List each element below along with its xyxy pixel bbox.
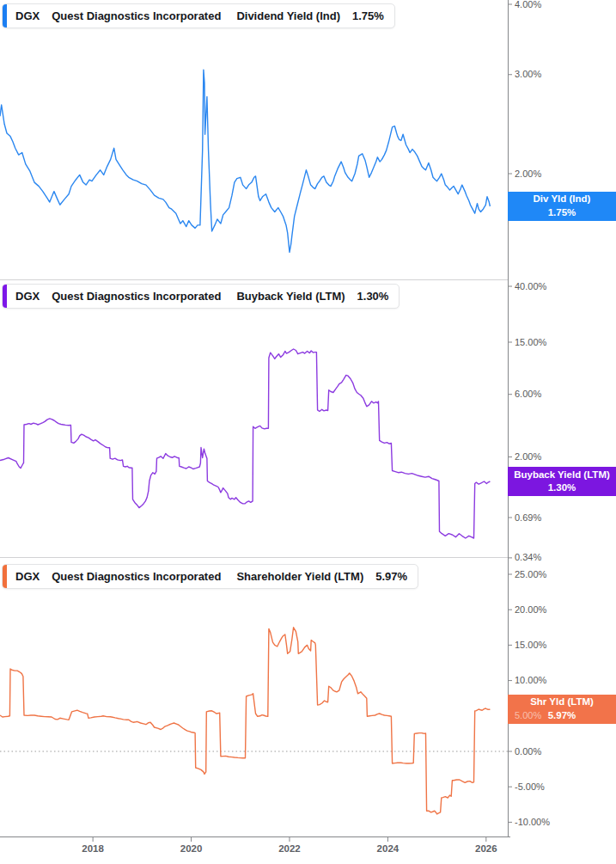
company-name: Quest Diagnostics Incorporated (52, 9, 221, 22)
last-value-label: Div Yld (Ind)1.75% (508, 192, 616, 221)
accent-bar (3, 565, 7, 588)
x-axis-year-label: 2022 (270, 843, 309, 854)
chart-plot-area[interactable] (0, 0, 616, 864)
chart-header-shareholder-yield[interactable]: DGX Quest Diagnostics Incorporated Share… (2, 564, 418, 589)
y-axis-tick-label: 15.00% (515, 640, 546, 651)
y-axis-tick-label: 20.00% (515, 604, 546, 616)
x-axis-year-label: 2026 (467, 843, 506, 854)
company-name: Quest Diagnostics Incorporated (52, 570, 221, 583)
y-axis-tick-label: 2.00% (515, 169, 541, 180)
ticker-symbol: DGX (15, 9, 40, 22)
y-axis-tick-label: -5.00% (515, 781, 545, 793)
series-line-buyback-yield-ltm- (0, 349, 490, 538)
last-value-label-value: 1.75% (508, 206, 616, 220)
last-value-label-metric: Shr Yld (LTM) (508, 695, 616, 709)
metric-name: Dividend Yield (Ind) (236, 9, 340, 22)
metric-value: 5.97% (375, 570, 407, 583)
y-axis-tick-label: 15.00% (515, 337, 546, 348)
y-axis-tick-label: 10.00% (515, 675, 546, 686)
ticker-symbol: DGX (15, 290, 40, 303)
y-axis-tick-label: 4.00% (515, 0, 541, 10)
last-value-label: Buyback Yield (LTM)1.30% (508, 467, 616, 496)
company-name: Quest Diagnostics Incorporated (52, 290, 221, 303)
series-line-shareholder-yield-ltm- (0, 628, 490, 814)
y-axis-tick-label: 40.00% (515, 281, 546, 292)
metric-value: 1.30% (357, 290, 389, 303)
accent-bar (3, 4, 7, 28)
y-axis-tick-label: 25.00% (515, 569, 546, 580)
y-axis-tick-label: 0.00% (515, 746, 541, 757)
metric-value: 1.75% (352, 9, 384, 22)
x-axis-year-label: 2024 (368, 843, 407, 854)
y-axis-tick-label: 6.00% (515, 389, 541, 400)
y-axis-tick-label: -10.00% (515, 817, 550, 828)
y-axis-tick-label: 0.34% (515, 552, 541, 563)
last-value-label-metric: Div Yld (Ind) (508, 193, 616, 206)
x-axis-year-label: 2018 (73, 843, 113, 854)
last-value-label-metric: Buyback Yield (LTM) (508, 469, 616, 482)
x-axis-year-label: 2020 (172, 843, 211, 854)
series-line-dividend-yield-ind- (0, 70, 490, 252)
y-axis-tick-label: 0.69% (515, 512, 541, 524)
chart-header-dividend-yield[interactable]: DGX Quest Diagnostics Incorporated Divid… (2, 3, 395, 28)
multi-chart-panel: DGX Quest Diagnostics Incorporated Divid… (0, 0, 616, 864)
y-axis-tick-label: 5.00% (515, 710, 541, 721)
chart-header-buyback-yield[interactable]: DGX Quest Diagnostics Incorporated Buyba… (2, 284, 399, 309)
accent-bar (3, 285, 7, 308)
metric-name: Shareholder Yield (LTM) (236, 570, 363, 583)
y-axis-tick-label: 3.00% (515, 69, 541, 80)
last-value-label-value: 1.30% (508, 481, 616, 495)
ticker-symbol: DGX (15, 570, 40, 583)
metric-name: Buyback Yield (LTM) (236, 290, 345, 303)
y-axis-tick-label: 2.00% (515, 451, 541, 463)
